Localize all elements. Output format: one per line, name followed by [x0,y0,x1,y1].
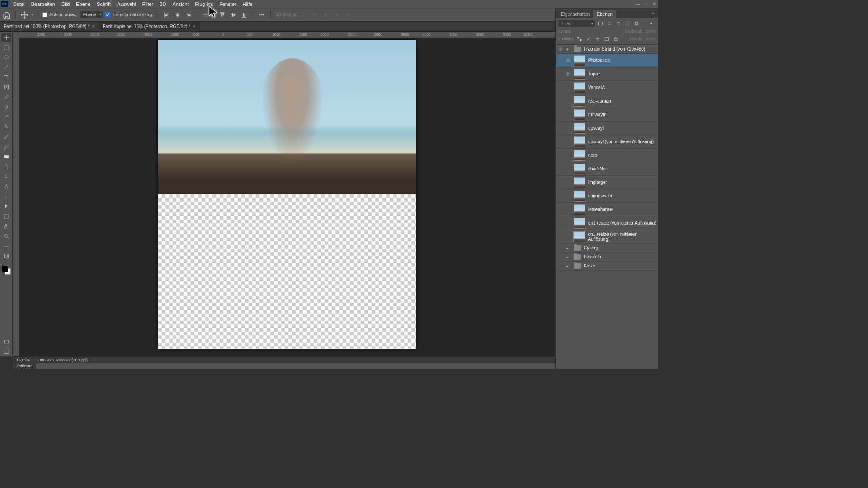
lock-transparency-icon[interactable] [576,35,583,42]
visibility-toggle[interactable] [565,193,571,199]
tab-properties[interactable]: Eigenschaften [557,10,593,18]
menu-bild[interactable]: Bild [58,1,73,7]
document-tab-1[interactable]: Fazit Kopie bei 15% (Photoshop, RGB/8#) … [99,22,200,31]
more-options-icon[interactable] [258,11,266,19]
document-tab-0[interactable]: Fazit.psd bei 100% (Photoshop, RGB/8#) *… [0,22,99,31]
layer-row[interactable]: on1 resize (von mittlerer Auflösung) [556,230,658,244]
color-swatch[interactable] [2,266,11,275]
blur-tool[interactable] [1,163,11,171]
panel-menu-icon[interactable]: ≡ [648,10,658,18]
layer-group[interactable]: ▸ Passfoto [556,253,658,262]
filter-pixel-icon[interactable] [597,20,604,27]
screen-mode2-icon[interactable] [1,348,11,356]
layer-row[interactable]: real-esrgan [556,94,658,108]
lock-artboard-icon[interactable] [603,35,610,42]
visibility-toggle[interactable] [565,179,571,186]
eraser-tool[interactable] [1,143,11,151]
visibility-toggle[interactable] [557,245,564,251]
fill-value[interactable]: 100% [645,37,656,41]
pen-tool[interactable] [1,183,11,191]
wand-tool[interactable] [1,63,11,71]
type-tool[interactable]: T [1,192,11,201]
heal-tool[interactable] [1,103,11,111]
close-tab-icon[interactable]: × [193,24,196,29]
zoom-tool[interactable] [1,232,11,240]
auto-select-checkbox[interactable]: Autom. ausw.: [42,12,78,17]
home-icon[interactable] [3,11,11,19]
align-hcenter-icon[interactable] [174,11,182,19]
tab-layers[interactable]: Ebenen [593,10,616,18]
layer-row[interactable]: imglarger [556,176,658,189]
visibility-toggle[interactable] [565,125,571,131]
menu-auswahl[interactable]: Auswahl [114,1,139,7]
visibility-toggle[interactable] [557,254,564,260]
stamp-tool[interactable] [1,123,11,131]
layer-row[interactable]: upscayl (von mittlerer Auflösung) [556,135,658,149]
align-right-icon[interactable] [184,11,193,19]
layer-group[interactable]: ▸ Cyborg [556,244,658,253]
canvas-area[interactable]: -3500 -3000 -2500 -2000 -1500 -1000 -500… [19,32,555,356]
menu-plugins[interactable]: Plug-ins [192,1,216,7]
distribute-icon[interactable] [201,11,209,19]
auto-select-target-dropdown[interactable]: Ebene [80,11,103,18]
menu-datei[interactable]: Datei [10,1,28,7]
menu-fenster[interactable]: Fenster [216,1,239,7]
screen-mode-icon[interactable] [1,338,11,346]
marquee-tool[interactable] [1,43,11,52]
doc-info[interactable]: 5000 Px x 6000 Px (300 ppi) [37,358,88,362]
chevron-right-icon[interactable]: ▸ [566,255,571,259]
menu-hilfe[interactable]: Hilfe [239,1,255,7]
move-tool[interactable] [1,33,11,42]
timeline-panel-tab[interactable]: Zeitleiste [13,363,555,369]
visibility-toggle[interactable] [565,152,571,159]
zoom-level[interactable]: 15,03% [16,358,30,362]
visibility-toggle[interactable] [565,139,571,145]
visibility-toggle[interactable] [565,206,571,213]
layer-row[interactable]: on1 resize (von kleiner Auflösung) [556,216,658,230]
gradient-tool[interactable] [1,153,11,161]
layer-row[interactable]: nero [556,149,658,162]
transform-controls-checkbox[interactable]: Transformationsstrg. [105,12,153,17]
eyedropper-tool[interactable] [1,93,11,101]
document-canvas[interactable] [158,40,416,349]
chevron-down-icon[interactable]: ▾ [566,47,571,52]
visibility-toggle[interactable] [565,57,571,64]
visibility-toggle[interactable] [557,46,564,52]
layer-filter-kind[interactable]: Art ▾ [558,20,595,27]
visibility-toggle[interactable] [565,98,571,104]
layer-row[interactable]: Topaz [556,67,658,81]
path-select-tool[interactable] [1,202,11,211]
filter-smart-icon[interactable] [633,20,640,27]
layer-row[interactable]: chaiNNer [556,162,658,176]
menu-filter[interactable]: Filter [139,1,156,7]
filter-toggle[interactable] [648,20,656,27]
layer-row[interactable]: upscayl [556,122,658,135]
lock-position-icon[interactable] [594,35,601,42]
layer-row[interactable]: Photoshop [556,54,658,67]
lock-all-icon[interactable] [612,35,619,42]
visibility-toggle[interactable] [565,112,571,118]
align-bottom-icon[interactable] [240,11,248,19]
lasso-tool[interactable] [1,53,11,61]
filter-type-icon[interactable]: T [615,20,622,27]
visibility-toggle[interactable] [565,166,571,172]
menu-schrift[interactable]: Schrift [94,1,114,7]
visibility-toggle[interactable] [565,84,571,91]
edit-toolbar-icon[interactable] [1,242,11,250]
window-close-icon[interactable]: ✕ [651,1,657,7]
shape-tool[interactable] [1,212,11,221]
menu-ebene[interactable]: Ebene [73,1,94,7]
visibility-toggle[interactable] [565,234,571,240]
crop-tool[interactable] [1,73,11,81]
close-tab-icon[interactable]: × [92,24,95,29]
quick-mask-icon[interactable] [1,252,11,260]
window-restore-icon[interactable]: ▫ [643,1,649,7]
layer-row[interactable]: VanceIA [556,81,658,94]
align-left-icon[interactable] [163,11,171,19]
align-vcenter-icon[interactable] [229,11,237,19]
brush-tool[interactable] [1,113,11,121]
layer-row[interactable]: letsenhance [556,203,658,216]
layer-row[interactable]: imgupscaler [556,189,658,203]
chevron-right-icon[interactable]: ▸ [566,264,571,268]
chevron-right-icon[interactable]: ▸ [566,246,571,250]
